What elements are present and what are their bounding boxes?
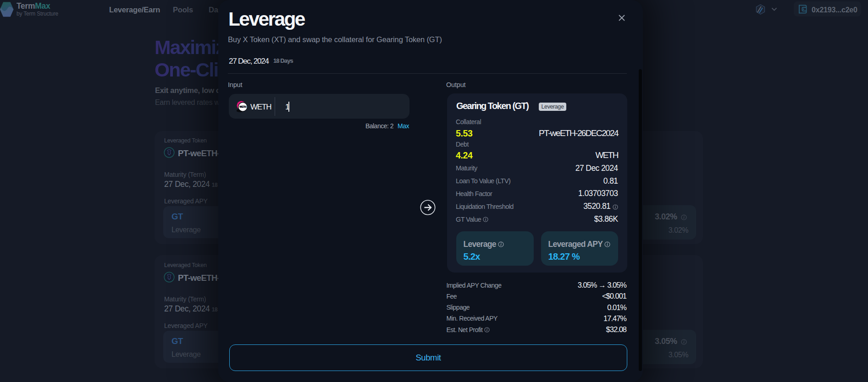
svg-text:WETH: WETH xyxy=(239,105,246,108)
